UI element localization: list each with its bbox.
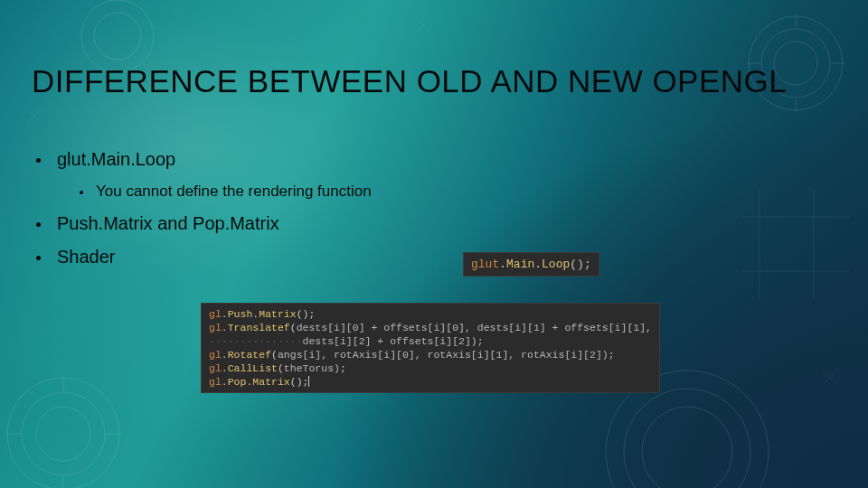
slide-title: DIFFERENCE BETWEEN OLD AND NEW OPENGL bbox=[32, 63, 787, 99]
code-token: (); bbox=[290, 376, 309, 388]
bullet-text: glut.Main.Loop bbox=[57, 149, 175, 170]
code-token: Matrix bbox=[259, 308, 296, 320]
code-token: . bbox=[222, 362, 228, 374]
code-token: . bbox=[222, 349, 228, 361]
slide: DIFFERENCE BETWEEN OLD AND NEW OPENGL gl… bbox=[0, 0, 868, 488]
code-token: ( bbox=[290, 322, 297, 333]
svg-line-27 bbox=[823, 371, 837, 385]
code-token: dests[i][0] + offsets[i][0], dests[i][1]… bbox=[297, 322, 652, 333]
svg-line-26 bbox=[416, 18, 430, 33]
code-token: . bbox=[534, 258, 542, 271]
svg-point-15 bbox=[624, 389, 750, 488]
bullet-pushpopmatrix: Push.Matrix and Pop.Matrix bbox=[36, 213, 832, 234]
svg-line-24 bbox=[27, 108, 42, 123]
svg-line-23 bbox=[27, 108, 42, 123]
bullet-text: You cannot define the rendering function bbox=[96, 183, 372, 201]
bullet-icon bbox=[80, 191, 83, 194]
code-token: . bbox=[222, 322, 228, 333]
bullet-text: Push.Matrix and Pop.Matrix bbox=[57, 213, 279, 234]
svg-point-18 bbox=[94, 13, 141, 60]
bullet-icon bbox=[36, 158, 41, 163]
code-token: Pop bbox=[228, 376, 247, 388]
bullet-glutmainloop: glut.Main.Loop bbox=[36, 149, 832, 170]
svg-line-28 bbox=[823, 371, 837, 385]
code-token: gl bbox=[209, 349, 222, 361]
code-token: Loop bbox=[542, 258, 570, 271]
bullet-shader: Shader bbox=[36, 247, 832, 267]
code-token: . bbox=[222, 376, 228, 388]
code-token: gl bbox=[209, 376, 222, 388]
svg-line-25 bbox=[416, 18, 430, 33]
svg-point-17 bbox=[81, 0, 154, 72]
code-token: Push bbox=[228, 308, 253, 320]
code-token: Matrix bbox=[252, 376, 289, 388]
code-token: Translatef bbox=[228, 322, 290, 333]
slide-content: glut.Main.Loop You cannot define the ren… bbox=[36, 149, 832, 280]
code-snippet-matrix: gl.Push.Matrix(); gl.Translatef(dests[i]… bbox=[201, 303, 660, 393]
bullet-text: Shader bbox=[57, 247, 116, 267]
svg-point-7 bbox=[7, 378, 119, 488]
subbullet-rendering-function: You cannot define the rendering function bbox=[80, 183, 832, 201]
text-cursor-icon bbox=[308, 376, 309, 387]
svg-point-16 bbox=[642, 407, 732, 488]
code-token: Rotatef bbox=[228, 349, 271, 361]
svg-point-8 bbox=[22, 392, 105, 475]
code-token: . bbox=[499, 258, 506, 271]
code-token: (); bbox=[297, 308, 316, 320]
code-token: ( bbox=[271, 349, 278, 361]
code-token: gl bbox=[209, 308, 222, 320]
code-token: angs[i], rotAxis[i][0], rotAxis[i][1], r… bbox=[278, 349, 615, 361]
code-token: gl bbox=[209, 362, 222, 374]
bullet-icon bbox=[36, 256, 41, 260]
code-token: dests[i][2] + offsets[i][2]); bbox=[303, 335, 484, 347]
code-snippet-glutmainloop: glut.Main.Loop(); bbox=[463, 252, 599, 277]
code-whitespace: ··············· bbox=[209, 335, 303, 347]
code-token: . bbox=[222, 308, 228, 320]
code-token: glut bbox=[471, 258, 499, 271]
code-token: theTorus); bbox=[284, 362, 346, 374]
code-token: Main bbox=[506, 258, 534, 271]
svg-point-9 bbox=[36, 407, 90, 461]
code-token: ( bbox=[278, 362, 284, 374]
code-token: gl bbox=[209, 322, 222, 333]
bullet-icon bbox=[36, 222, 41, 227]
code-token: (); bbox=[570, 258, 590, 271]
code-token: CallList bbox=[228, 362, 278, 374]
